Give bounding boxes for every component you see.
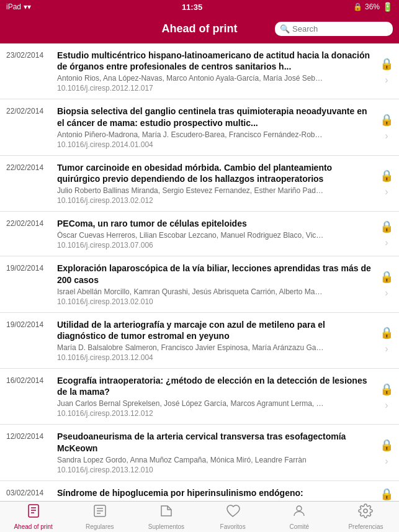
tab-label-preferencias: Preferencias — [348, 523, 383, 530]
tab-preferencias[interactable]: Preferencias — [333, 502, 399, 532]
list-item[interactable]: 19/02/2014 Utilidad de la arteriografía … — [0, 313, 399, 369]
tab-label-ahead: Ahead of print — [14, 523, 52, 530]
lock-icon: 🔒 — [380, 487, 393, 501]
article-doi: 10.1016/j.ciresp.2013.07.006 — [57, 241, 372, 250]
article-doi: 10.1016/j.ciresp.2013.12.010 — [57, 466, 372, 474]
search-icon: 🔍 — [280, 24, 290, 34]
tab-suplementos[interactable]: Suplementos — [133, 502, 199, 532]
svg-point-9 — [364, 509, 367, 513]
tab-comite[interactable]: Comité — [266, 502, 333, 532]
article-content: Biopsia selectiva del ganglio centinela … — [57, 106, 374, 148]
article-icons: 🔒 › — [374, 218, 399, 250]
article-date: 22/02/2014 — [6, 106, 57, 148]
article-content: Utilidad de la arteriografía y marcaje c… — [57, 319, 374, 362]
tab-label-comite: Comité — [289, 523, 309, 530]
article-icons: 🔒 › — [374, 162, 399, 205]
wifi-icon: ▾▾ — [24, 2, 31, 11]
svg-rect-0 — [29, 505, 38, 517]
lock-icon: 🔒 — [380, 113, 393, 127]
list-item[interactable]: 16/02/2014 Ecografía intraoperatoria: ¿m… — [0, 369, 399, 425]
article-doi: 10.1016/j.ciresp.2013.12.012 — [57, 409, 372, 418]
chevron-right-icon: › — [385, 287, 388, 299]
tab-label-suplementos: Suplementos — [148, 523, 184, 530]
status-bar: iPad ▾▾ 11:35 🔒 36% 🔋 — [0, 0, 399, 14]
article-date: 16/02/2014 — [6, 375, 57, 418]
article-authors: Óscar Cuevas Herreros, Lilian Escobar Le… — [57, 231, 324, 240]
article-list: 23/02/2014 Estudio multicéntrico hispano… — [0, 43, 399, 501]
status-right: 🔒 36% 🔋 — [353, 2, 393, 12]
article-title: Ecografía intraoperatoria: ¿método de el… — [57, 375, 372, 397]
battery-label: 36% — [365, 2, 380, 11]
article-doi: 10.1016/j.ciresp.2012.12.017 — [57, 84, 372, 92]
list-item[interactable]: 19/02/2014 Exploración laparoscópica de … — [0, 256, 399, 312]
article-authors: Juan Carlos Bernal Sprekelsen, José Lópe… — [57, 399, 324, 408]
tab-label-favoritos: Favoritos — [220, 523, 246, 530]
article-icons: 🔒 › — [374, 319, 399, 362]
lock-icon: 🔒 — [380, 57, 393, 71]
tab-favoritos[interactable]: Favoritos — [200, 502, 266, 532]
article-date: 03/02/2014 — [6, 487, 57, 501]
article-title: Biopsia selectiva del ganglio centinela … — [57, 106, 372, 128]
article-title: PEComa, un raro tumor de células epitelo… — [57, 218, 372, 229]
chevron-right-icon: › — [385, 130, 388, 142]
article-title: Síndrome de hipoglucemia por hiperinsuli… — [57, 487, 372, 498]
lock-icon: 🔒 — [380, 382, 393, 396]
list-item[interactable]: 22/02/2014 Tumor carcinoide en obesidad … — [0, 156, 399, 212]
article-authors: María D. Balsalobre Salmeron, Francisco … — [57, 343, 324, 352]
article-title: Tumor carcinoide en obesidad mórbida. Ca… — [57, 162, 372, 184]
article-content: Exploración laparoscópica de la vía bili… — [57, 263, 374, 305]
article-icons: 🔒 › — [374, 375, 399, 418]
article-title: Exploración laparoscópica de la vía bili… — [57, 263, 372, 285]
article-icons: 🔒 › — [374, 487, 399, 501]
list-item[interactable]: 22/02/2014 PEComa, un raro tumor de célu… — [0, 212, 399, 256]
chevron-right-icon: › — [385, 400, 388, 411]
clock: 11:35 — [182, 2, 202, 12]
article-authors: Sandra Lopez Gordo, Anna Muñoz Campaña, … — [57, 456, 324, 464]
list-item[interactable]: 23/02/2014 Estudio multicéntrico hispano… — [0, 43, 399, 99]
battery-icon: 🔋 — [382, 2, 393, 12]
article-date: 22/02/2014 — [6, 218, 57, 250]
lock-icon: 🔒 — [380, 270, 393, 284]
list-item[interactable]: 12/02/2014 Pseudoaneurisma de la arteria… — [0, 425, 399, 480]
list-item[interactable]: 03/02/2014 Síndrome de hipoglucemia por … — [0, 481, 399, 501]
tab-label-regulares: Regulares — [86, 523, 114, 530]
article-authors: Israel Abellán Morcillo, Kamran Qurashi,… — [57, 287, 324, 296]
article-doi: 10.1016/j.ciresp.2014.01.004 — [57, 140, 372, 149]
article-date: 19/02/2014 — [6, 263, 57, 305]
article-date: 19/02/2014 — [6, 319, 57, 362]
article-content: Estudio multicéntrico hispano-latinoamer… — [57, 50, 374, 92]
carrier-label: iPad — [6, 2, 21, 11]
list-item[interactable]: 22/02/2014 Biopsia selectiva del ganglio… — [0, 99, 399, 155]
suplementos-icon — [159, 503, 174, 522]
article-icons: 🔒 › — [374, 106, 399, 148]
article-authors: Antonio Rios, Ana López-Navas, Marco Ant… — [57, 74, 324, 83]
article-icons: 🔒 › — [374, 263, 399, 305]
chevron-right-icon: › — [385, 186, 388, 197]
tab-bar: Ahead of print Regulares Suplementos Fav… — [0, 501, 399, 532]
regulares-icon — [92, 503, 107, 522]
article-content: Pseudoaneurisma de la arteria cervical t… — [57, 431, 374, 474]
nav-title: Ahead of print — [162, 22, 238, 35]
article-content: Tumor carcinoide en obesidad mórbida. Ca… — [57, 162, 374, 205]
article-doi: 10.1016/j.ciresp.2013.02.012 — [57, 196, 372, 205]
search-input[interactable] — [292, 24, 388, 34]
ahead-icon — [26, 503, 41, 522]
article-date: 23/02/2014 — [6, 50, 57, 92]
lock-icon: 🔒 — [380, 220, 393, 233]
tab-regulares[interactable]: Regulares — [66, 502, 133, 532]
tab-ahead[interactable]: Ahead of print — [0, 502, 66, 532]
article-doi: 10.1016/j.ciresp.2013.02.010 — [57, 297, 372, 306]
article-content: Síndrome de hipoglucemia por hiperinsuli… — [57, 487, 374, 501]
lock-icon: 🔒 — [380, 438, 393, 452]
nav-bar: Ahead of print 🔍 — [0, 14, 399, 43]
chevron-right-icon: › — [385, 343, 388, 354]
favoritos-icon — [225, 503, 240, 522]
article-title: Pseudoaneurisma de la arteria cervical t… — [57, 431, 372, 453]
preferencias-icon — [358, 503, 373, 522]
chevron-right-icon: › — [385, 456, 388, 467]
article-date: 12/02/2014 — [6, 431, 57, 474]
search-bar[interactable]: 🔍 — [275, 22, 393, 36]
article-icons: 🔒 › — [374, 50, 399, 92]
article-content: Ecografía intraoperatoria: ¿método de el… — [57, 375, 374, 418]
svg-point-8 — [297, 506, 302, 511]
